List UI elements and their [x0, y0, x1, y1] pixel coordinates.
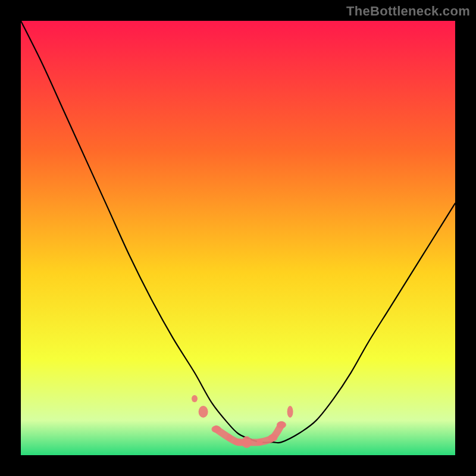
curve-marker	[233, 439, 243, 446]
plot-area	[21, 21, 455, 455]
curve-marker	[226, 434, 232, 441]
bottleneck-curve-svg	[21, 21, 455, 455]
curve-marker	[268, 434, 277, 441]
curve-marker	[277, 421, 286, 428]
curve-marker	[257, 439, 263, 446]
bottleneck-curve-path	[21, 21, 455, 443]
curve-marker	[242, 436, 252, 448]
chart-frame: TheBottleneck.com	[0, 0, 476, 476]
curve-marker	[192, 395, 198, 402]
watermark-text: TheBottleneck.com	[346, 4, 470, 19]
curve-marker	[199, 406, 208, 418]
curve-marker	[212, 425, 221, 433]
curve-markers	[192, 395, 293, 448]
curve-marker	[287, 406, 293, 418]
